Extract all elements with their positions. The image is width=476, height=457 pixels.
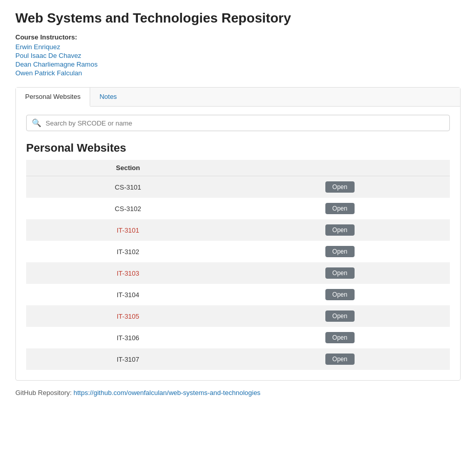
instructor-link[interactable]: Dean Charliemagne Ramos [15, 60, 461, 68]
action-cell: Open [230, 348, 450, 370]
action-cell: Open [230, 176, 450, 198]
table-row: IT-3106Open [26, 327, 450, 348]
instructors-list: Erwin EnriquezPoul Isaac De ChavezDean C… [15, 43, 461, 77]
open-button[interactable]: Open [325, 332, 355, 343]
table-row: IT-3105Open [26, 305, 450, 327]
section-cell: IT-3103 [26, 262, 230, 284]
table-row: CS-3101Open [26, 176, 450, 198]
action-cell: Open [230, 219, 450, 241]
page-title: Web Systems and Technologies Repository [15, 10, 461, 26]
action-cell: Open [230, 327, 450, 348]
table-row: CS-3102Open [26, 198, 450, 219]
tab-content-personal-websites: 🔍 Personal Websites Section CS-3101OpenC… [16, 107, 460, 380]
footer: GitHub Repository: https://github.com/ow… [15, 389, 461, 397]
github-link[interactable]: https://github.com/owenfalculan/web-syst… [73, 389, 260, 397]
search-icon: 🔍 [32, 118, 42, 128]
section-cell: IT-3104 [26, 284, 230, 305]
action-cell: Open [230, 262, 450, 284]
open-button[interactable]: Open [325, 267, 355, 279]
sections-table: Section CS-3101OpenCS-3102OpenIT-3101Ope… [26, 160, 450, 370]
instructors-section: Course Instructors: Erwin EnriquezPoul I… [15, 33, 461, 77]
table-row: IT-3103Open [26, 262, 450, 284]
open-button[interactable]: Open [325, 354, 355, 365]
section-cell: IT-3102 [26, 241, 230, 262]
section-cell: IT-3107 [26, 348, 230, 370]
open-button[interactable]: Open [325, 181, 355, 193]
section-cell: CS-3102 [26, 198, 230, 219]
footer-label: GitHub Repository: [15, 389, 72, 397]
table-row: IT-3104Open [26, 284, 450, 305]
tab-notes[interactable]: Notes [90, 88, 126, 106]
open-button[interactable]: Open [325, 224, 355, 236]
table-body: CS-3101OpenCS-3102OpenIT-3101OpenIT-3102… [26, 176, 450, 370]
table-row: IT-3101Open [26, 219, 450, 241]
open-button[interactable]: Open [325, 246, 355, 257]
column-header-section: Section [26, 160, 230, 176]
column-header-action [230, 160, 450, 176]
tab-container: Personal Websites Notes 🔍 Personal Websi… [15, 87, 461, 381]
search-bar: 🔍 [26, 115, 450, 131]
tab-personal-websites[interactable]: Personal Websites [16, 88, 90, 107]
section-heading: Personal Websites [26, 141, 450, 155]
action-cell: Open [230, 284, 450, 305]
section-cell: CS-3101 [26, 176, 230, 198]
instructor-link[interactable]: Owen Patrick Falculan [15, 69, 461, 77]
action-cell: Open [230, 198, 450, 219]
instructor-link[interactable]: Poul Isaac De Chavez [15, 52, 461, 59]
section-cell: IT-3105 [26, 305, 230, 327]
action-cell: Open [230, 241, 450, 262]
open-button[interactable]: Open [325, 289, 355, 300]
table-row: IT-3107Open [26, 348, 450, 370]
tab-bar: Personal Websites Notes [16, 88, 460, 107]
section-cell: IT-3101 [26, 219, 230, 241]
open-button[interactable]: Open [325, 203, 355, 214]
section-cell: IT-3106 [26, 327, 230, 348]
instructor-link[interactable]: Erwin Enriquez [15, 43, 461, 51]
action-cell: Open [230, 305, 450, 327]
search-input[interactable] [46, 119, 444, 127]
instructors-label: Course Instructors: [15, 33, 461, 41]
open-button[interactable]: Open [325, 310, 355, 322]
table-row: IT-3102Open [26, 241, 450, 262]
